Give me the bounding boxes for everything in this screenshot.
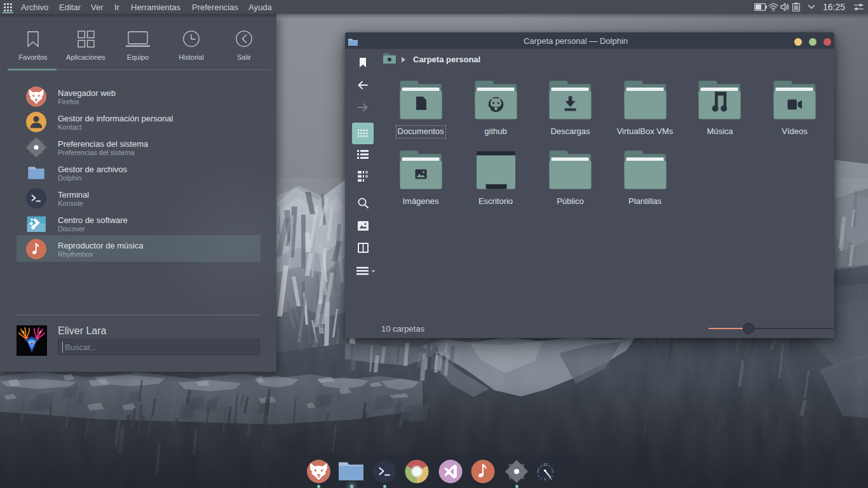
- svg-text:2: 2: [551, 468, 552, 470]
- svg-text:12: 12: [543, 463, 548, 466]
- svg-text:8: 8: [538, 475, 539, 478]
- svg-text:4: 4: [551, 475, 552, 478]
